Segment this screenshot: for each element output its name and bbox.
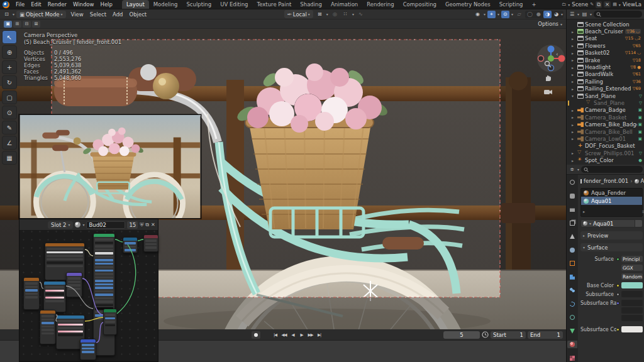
auto-keying-button[interactable] [252,331,260,339]
material-users-count[interactable]: 15 [127,221,138,229]
tab-material[interactable] [567,341,577,348]
new-scene-button[interactable]: ⧉ [596,1,602,8]
surface-panel-header[interactable]: ▾Surface [580,243,643,251]
outliner-row[interactable]: ▸ Camera_Bike_Bell ▣ [567,128,644,135]
outliner-row[interactable]: ▸ Seat ▽15 ◡2 [567,35,644,42]
transport-button[interactable]: |◀ [271,331,279,339]
visibility-dropdown-icon[interactable]: ◉ [474,11,482,18]
material-slot-row[interactable]: Aqua_Fender [581,189,642,197]
pin-icon[interactable]: ✎ [590,2,594,7]
tab-texture[interactable] [567,354,577,362]
scene-name[interactable]: Scene [572,1,588,8]
outliner-row[interactable]: Sand_Plane ▽ [567,99,644,106]
menu-item[interactable]: Help [97,1,115,8]
new-material-icon[interactable]: ⧉ [145,222,149,228]
material-datablock-field[interactable]: ▾ Aqua01 [580,219,635,228]
current-frame-field[interactable]: 5 [443,331,480,339]
outliner-row[interactable]: ▸ Beach_Cruiser ▽36 ◡ [567,28,644,35]
pan-hand-icon[interactable] [542,72,553,84]
snap-target-icon[interactable]: ⊠ [316,11,324,18]
transport-button[interactable]: ▶| [315,331,323,339]
preview-panel-header[interactable]: ▸Preview [580,231,643,239]
breadcrumb-material[interactable]: A [641,178,644,184]
mode-dropdown[interactable]: ▣ Object Mode▾ [16,11,66,18]
outliner-row[interactable]: ▾ Sand_Plane ▽ [567,92,644,99]
transport-button[interactable]: ▶▶ [306,331,314,339]
transport-button[interactable]: ◀ [289,331,297,339]
slot-specials-icon[interactable]: ▸ [583,209,585,214]
outliner-row[interactable]: ▸ Headlight ▽8 ● [567,63,644,70]
shading-solid-icon[interactable]: ● [535,11,543,18]
tab-output[interactable] [567,206,577,213]
workspace-tab[interactable]: Sculpting [182,0,216,9]
material-slot-row[interactable]: Aqua01 [581,197,642,205]
outliner-row[interactable]: ▸ Camera_Bike_Badge.001 ▣ [567,121,644,128]
workspace-tab[interactable]: Animation [326,0,362,9]
outliner-row[interactable]: ▸ Camera_Badge ▣ [567,107,644,114]
unlink-material-icon[interactable]: ✕ [151,222,155,228]
material-name-field[interactable]: Bud02 [86,221,125,229]
subsurface-color-swatch[interactable] [621,326,643,332]
zoom-icon[interactable] [542,58,553,70]
workspace-tab[interactable]: Compositing [399,0,441,9]
surface-shader-dropdown[interactable]: Principl [621,256,643,262]
snap-magnet-icon[interactable]: ◎ [331,11,339,18]
subsurface-value-field[interactable] [621,291,643,297]
fake-user-shield-icon[interactable]: ⛨ [140,222,143,228]
toolbar-tool-button[interactable]: ↖ [2,30,17,44]
outliner-row[interactable]: ▸ Spot_Color ● [567,156,644,163]
outliner-row[interactable]: ▸ Flowers ▽65 [567,42,644,49]
transport-button[interactable]: ▶ [297,331,306,339]
viewport-menu-item[interactable]: Add [109,11,126,18]
delete-scene-button[interactable]: ✕ [604,1,611,8]
start-frame-field[interactable]: Start1 [491,331,526,339]
menu-item[interactable]: Window [70,1,97,8]
menu-item[interactable]: File [13,1,28,8]
toolbar-tool-button[interactable]: ⊙ [2,106,17,119]
select-mode-subtract-icon[interactable]: ⊟ [23,21,31,28]
outliner-row[interactable]: ▸ Railing ▽36 [567,78,644,85]
xray-toggle-icon[interactable]: ▱ [515,11,523,18]
orientation-dropdown[interactable]: ⤝ Local▾ [284,10,313,18]
select-mode-intersect-icon[interactable]: ⊠ [32,21,40,28]
shading-rendered-icon[interactable]: ◕ [552,11,560,18]
sss-method-dropdown[interactable]: Random W [621,273,643,280]
camera-view-icon[interactable] [542,86,553,97]
material-slot-dropdown[interactable]: Slot 2▾ [48,221,73,229]
tab-view-layer[interactable] [567,219,577,227]
breadcrumb-object[interactable]: fender_front.001 [584,178,628,184]
workspace-tab[interactable]: Scripting [495,0,528,9]
tab-scene[interactable] [567,233,577,240]
toolbar-tool-button[interactable]: ∠ [2,136,17,150]
outliner-row[interactable]: ▸ Brake ▽18 [567,57,644,63]
toolbar-tool-button[interactable]: + [2,60,17,74]
view-layer-name[interactable]: ViewLa [623,1,641,8]
toolbar-tool-button[interactable]: ✎ [2,121,17,134]
outliner-row[interactable]: ▸ Camera_Basket ▣ [567,114,644,121]
slot-drag-icon[interactable]: ≡ [642,209,644,214]
outliner-row[interactable]: ▸ BoardWalk ▽61 [567,71,644,78]
toolbar-tool-button[interactable]: ▦ [2,151,17,165]
show-overlays-icon[interactable]: ⊙ [501,11,509,18]
base-color-swatch[interactable] [621,282,643,288]
tab-constraints[interactable] [567,314,577,321]
transport-button[interactable]: ◀◀ [280,331,288,339]
outliner-row[interactable]: ▸ Railing_Extended ▽69 [567,85,644,92]
shading-material-icon[interactable]: ◑ [543,11,552,18]
tab-world[interactable] [567,246,577,254]
shading-wireframe-icon[interactable]: ◯ [526,11,534,18]
properties-editor-icon[interactable]: ≑ [569,166,575,173]
outliner-search-input[interactable] [594,11,642,18]
shader-node-editor[interactable]: Slot 2▾ ▾ Bud02 15 ⛨ ⧉ ✕ [19,219,158,362]
workspace-tab[interactable]: + [527,0,540,9]
workspace-tab[interactable]: UV Editing [216,0,252,9]
outliner-row[interactable]: Scene Collection [567,21,644,28]
outliner-row[interactable]: ▸ Basket02 ▽114 ◡ [567,50,644,57]
end-frame-field[interactable]: End1 [528,331,563,339]
workspace-tab[interactable]: Rendering [362,0,398,9]
tab-physics[interactable] [567,300,577,308]
subsurface-radius-field-1[interactable] [621,300,643,306]
viewport-menu-item[interactable]: View [68,11,87,18]
workspace-tab[interactable]: Shading [296,0,326,9]
outliner-editor-icon[interactable]: ☰ [569,11,575,18]
